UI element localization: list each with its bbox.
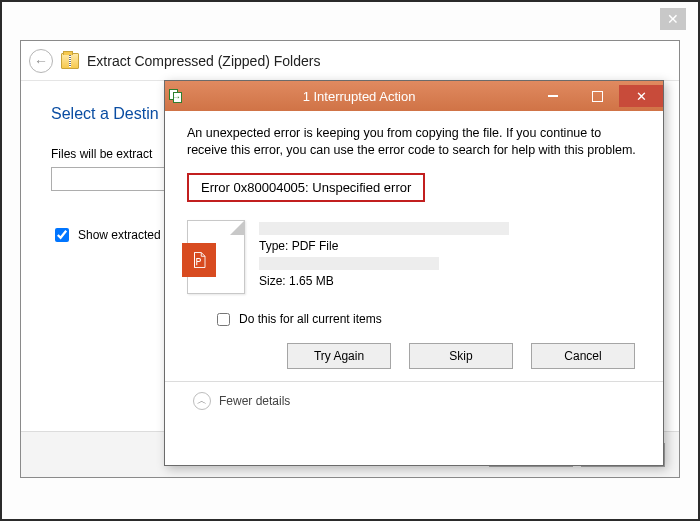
close-icon: ✕	[667, 11, 679, 27]
arrow-left-icon: ←	[34, 53, 48, 69]
file-thumbnail	[187, 220, 245, 294]
file-size-label: Size: 1.65 MB	[259, 272, 641, 290]
interrupted-action-dialog: → 1 Interrupted Action ✕ An unexpected e…	[164, 80, 664, 466]
fewer-details-label: Fewer details	[219, 394, 290, 408]
dialog-cancel-button[interactable]: Cancel	[531, 343, 635, 369]
dialog-message: An unexpected error is keeping you from …	[187, 125, 641, 159]
do-for-all-label: Do this for all current items	[239, 312, 382, 326]
pdf-badge-icon	[182, 243, 216, 277]
wizard-header: ← Extract Compressed (Zipped) Folders	[21, 41, 679, 81]
outer-close-button[interactable]: ✕	[660, 8, 686, 30]
window-buttons: ✕	[531, 85, 663, 107]
skip-button[interactable]: Skip	[409, 343, 513, 369]
file-info: Type: PDF File Size: 1.65 MB	[259, 220, 641, 290]
fewer-details-toggle[interactable]: ︿ Fewer details	[187, 382, 641, 410]
file-name-redacted	[259, 222, 509, 235]
copy-operation-icon: →	[165, 89, 187, 103]
file-row: Type: PDF File Size: 1.65 MB	[187, 220, 641, 294]
file-type-label: Type: PDF File	[259, 237, 641, 255]
chevron-up-icon: ︿	[193, 392, 211, 410]
maximize-button[interactable]	[575, 85, 619, 107]
page-fold-icon	[230, 221, 244, 235]
dialog-titlebar[interactable]: → 1 Interrupted Action ✕	[165, 81, 663, 111]
zipped-folder-icon	[61, 53, 79, 69]
error-code-box: Error 0x80004005: Unspecified error	[187, 173, 425, 202]
dialog-body: An unexpected error is keeping you from …	[165, 111, 663, 422]
wizard-title: Extract Compressed (Zipped) Folders	[87, 53, 320, 69]
show-extracted-label: Show extracted	[78, 228, 161, 242]
do-for-all-checkbox[interactable]: Do this for all current items	[213, 310, 641, 329]
minimize-button[interactable]	[531, 85, 575, 107]
dialog-actions: Try Again Skip Cancel	[187, 343, 641, 369]
file-detail-redacted	[259, 257, 439, 270]
try-again-button[interactable]: Try Again	[287, 343, 391, 369]
back-button[interactable]: ←	[29, 49, 53, 73]
close-icon: ✕	[636, 89, 647, 104]
close-button[interactable]: ✕	[619, 85, 663, 107]
dialog-title: 1 Interrupted Action	[187, 89, 531, 104]
show-extracted-checkbox-input[interactable]	[55, 228, 69, 242]
do-for-all-checkbox-input[interactable]	[217, 313, 230, 326]
